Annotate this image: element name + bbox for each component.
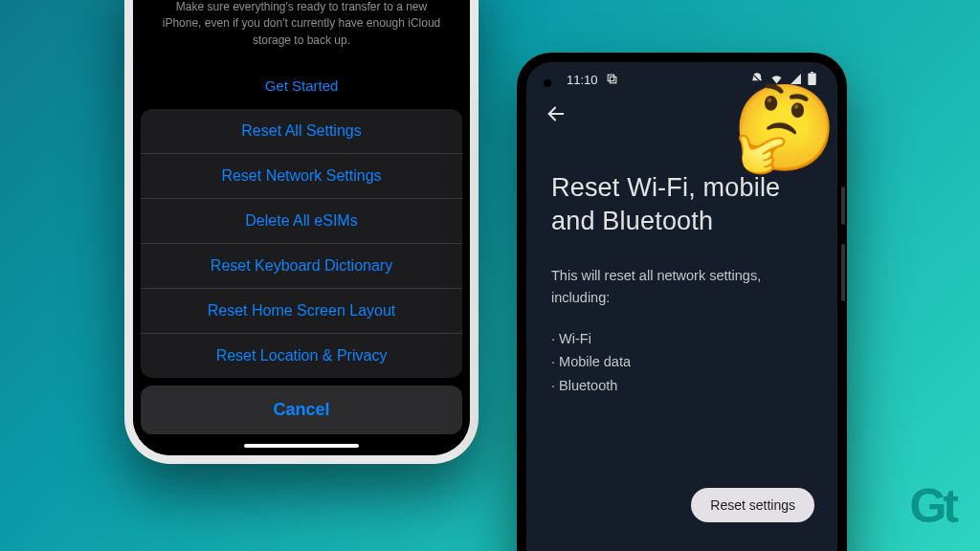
get-started-link[interactable]: Get Started xyxy=(141,66,462,105)
android-volume-button xyxy=(841,187,845,225)
camera-hole xyxy=(544,79,551,87)
page-title: Reset Wi-Fi, mobile and Bluetooth xyxy=(551,171,813,238)
prepare-description: Make sure everything's ready to transfer… xyxy=(158,0,445,49)
svg-rect-1 xyxy=(610,77,616,83)
reset-options-list: Reset All Settings Reset Network Setting… xyxy=(141,109,462,378)
bullets-list: · Wi-Fi · Mobile data · Bluetooth xyxy=(551,327,813,398)
thinking-emoji: 🤔 xyxy=(732,86,837,170)
iphone-screen: Prepare for New iPhone Make sure everyth… xyxy=(133,0,470,455)
gt-logo: Gt xyxy=(909,478,955,534)
home-indicator[interactable] xyxy=(244,444,359,448)
iphone-device: Prepare for New iPhone Make sure everyth… xyxy=(124,0,479,464)
arrow-left-icon xyxy=(546,103,567,124)
reset-settings-button[interactable]: Reset settings xyxy=(691,488,814,522)
reset-home-screen-layout-option[interactable]: Reset Home Screen Layout xyxy=(141,289,462,334)
cancel-button[interactable]: Cancel xyxy=(141,386,462,434)
delete-all-esims-option[interactable]: Delete All eSIMs xyxy=(141,199,462,244)
reset-keyboard-dictionary-option[interactable]: Reset Keyboard Dictionary xyxy=(141,244,462,289)
reset-network-settings-option[interactable]: Reset Network Settings xyxy=(141,154,462,199)
bullet-wifi: · Wi-Fi xyxy=(551,327,813,351)
page-description: This will reset all network settings, in… xyxy=(551,265,813,309)
bullet-bluetooth: · Bluetooth xyxy=(551,374,813,398)
svg-rect-0 xyxy=(608,75,614,81)
svg-rect-4 xyxy=(811,72,813,73)
prepare-section: Prepare for New iPhone Make sure everyth… xyxy=(141,0,462,66)
bullet-mobile-data: · Mobile data xyxy=(551,350,813,374)
reset-all-settings-option[interactable]: Reset All Settings xyxy=(141,109,462,154)
reset-location-privacy-option[interactable]: Reset Location & Privacy xyxy=(141,334,462,378)
screenshot-icon xyxy=(606,73,618,88)
status-time: 11:10 xyxy=(567,73,598,87)
android-side-button xyxy=(841,244,845,301)
